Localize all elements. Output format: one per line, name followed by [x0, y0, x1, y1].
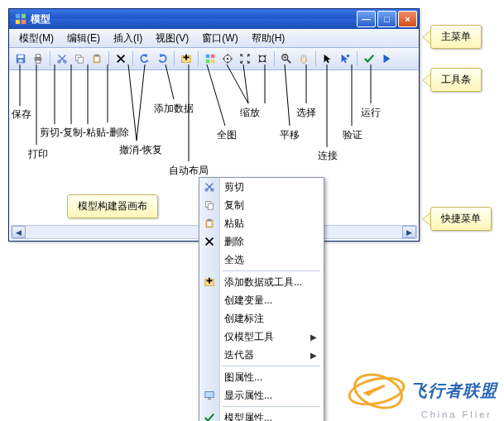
label-print: 打印: [28, 147, 48, 161]
validate-button[interactable]: [361, 50, 377, 67]
minimize-button[interactable]: —: [357, 11, 376, 27]
watermark-sub: China Flier: [421, 409, 492, 419]
window-title: 模型: [31, 12, 355, 26]
copy-icon: [203, 199, 216, 212]
label-validate: 验证: [343, 128, 362, 142]
ctx-model-props[interactable]: 模型属性...: [199, 409, 324, 421]
ctx-separator: [223, 406, 320, 407]
ctx-create-variable-label: 创建变量...: [224, 294, 272, 308]
menu-help[interactable]: 帮助(H): [245, 30, 292, 47]
ctx-separator: [223, 270, 320, 271]
auto-layout-button[interactable]: [202, 50, 218, 67]
print-button[interactable]: [30, 50, 46, 67]
label-save: 保存: [12, 108, 31, 122]
svg-rect-2: [16, 20, 20, 24]
separator: [198, 51, 199, 66]
delete-icon: [203, 235, 216, 248]
separator: [108, 51, 109, 66]
close-button[interactable]: ×: [398, 11, 417, 27]
ctx-delete[interactable]: 删除: [199, 232, 324, 251]
canvas-note: 模型构建器画布: [67, 194, 158, 218]
ctx-copy-label: 复制: [224, 199, 244, 213]
label-run: 运行: [361, 106, 381, 120]
select-tool-button[interactable]: [319, 50, 336, 67]
callout-arrow: [422, 74, 430, 87]
svg-rect-52: [208, 203, 213, 209]
ctx-add-data-tool[interactable]: 添加数据或工具...: [199, 273, 324, 291]
delete-button[interactable]: [113, 50, 129, 67]
svg-rect-5: [18, 55, 24, 59]
separator: [174, 51, 175, 66]
run-button[interactable]: [378, 50, 395, 67]
check-icon: [203, 411, 216, 421]
callout-toolbar-note: 工具条: [430, 68, 482, 92]
menu-window[interactable]: 窗口(W): [195, 30, 244, 47]
label-add-data: 添加数据: [154, 102, 194, 116]
callout-arrow: [422, 213, 430, 226]
svg-line-26: [287, 60, 290, 63]
cut-button[interactable]: [54, 50, 70, 67]
zoom-tool-button[interactable]: [278, 50, 295, 67]
undo-button[interactable]: [137, 50, 153, 67]
paste-button[interactable]: [89, 50, 105, 67]
add-data-button[interactable]: [178, 50, 194, 67]
add-icon: [203, 275, 216, 289]
toolbar: [9, 48, 419, 70]
ctx-create-label[interactable]: 创建标注: [199, 309, 324, 328]
menu-view[interactable]: 视图(V): [149, 30, 195, 47]
menu-insert[interactable]: 插入(I): [107, 30, 149, 47]
maximize-button[interactable]: □: [377, 11, 396, 27]
separator: [132, 51, 133, 66]
svg-rect-57: [205, 392, 214, 398]
menu-model[interactable]: 模型(M): [12, 30, 60, 47]
separator: [50, 51, 50, 66]
ctx-display-props-label: 显示属性...: [224, 389, 272, 403]
titlebar[interactable]: 模型 — □ ×: [9, 9, 419, 29]
save-button[interactable]: [12, 50, 29, 67]
callout-main-menu: 主菜单: [422, 25, 482, 49]
label-zoom: 缩放: [240, 106, 260, 120]
ctx-select-all-label: 全选: [224, 253, 244, 267]
separator: [357, 51, 358, 66]
submenu-arrow-icon: ▶: [310, 332, 317, 342]
menubar: 模型(M) 编辑(E) 插入(I) 视图(V) 窗口(W) 帮助(H): [9, 29, 419, 48]
svg-rect-54: [207, 221, 211, 226]
app-icon: [14, 12, 27, 26]
svg-rect-18: [206, 55, 209, 58]
svg-rect-20: [206, 60, 209, 63]
ctx-separator: [223, 366, 320, 366]
ctx-select-all[interactable]: 全选: [199, 251, 324, 269]
pan-tool-button[interactable]: [295, 50, 312, 67]
ctx-display-props[interactable]: 显示属性...: [199, 386, 324, 404]
copy-button[interactable]: [71, 50, 88, 67]
svg-point-29: [347, 55, 350, 58]
ctx-delete-label: 删除: [224, 235, 244, 249]
svg-rect-21: [211, 60, 214, 63]
menu-edit[interactable]: 编辑(E): [60, 30, 107, 47]
connect-tool-button[interactable]: [337, 50, 353, 67]
ctx-create-label-label: 创建标注: [224, 312, 264, 326]
ctx-cut[interactable]: 剪切: [199, 178, 324, 196]
svg-rect-19: [211, 55, 214, 58]
scroll-left-button[interactable]: ◀: [12, 226, 26, 238]
zoom-in-button[interactable]: [237, 50, 253, 67]
callout-arrow: [422, 31, 430, 44]
ctx-copy[interactable]: 复制: [199, 196, 324, 214]
ctx-cut-label: 剪切: [224, 180, 244, 194]
paste-icon: [203, 217, 216, 230]
full-extent-button[interactable]: [219, 50, 236, 67]
ctx-iterators-label: 迭代器: [224, 348, 254, 362]
zoom-out-button[interactable]: [254, 50, 271, 67]
context-menu: 剪切 复制 粘贴 删除 全选 添加数据或工具... 创建变量... 创建标注: [199, 177, 324, 421]
ctx-diagram-props-label: 图属性...: [224, 371, 262, 385]
display-icon: [203, 389, 216, 402]
redo-button[interactable]: [154, 50, 170, 67]
ctx-diagram-props[interactable]: 图属性...: [199, 368, 324, 386]
ctx-iterators[interactable]: 迭代器 ▶: [199, 346, 324, 364]
svg-rect-3: [22, 20, 26, 24]
ctx-paste[interactable]: 粘贴: [199, 214, 324, 232]
scroll-right-button[interactable]: ▶: [402, 226, 416, 238]
ctx-model-only-tools[interactable]: 仅模型工具 ▶: [199, 328, 324, 346]
ctx-paste-label: 粘贴: [224, 217, 244, 231]
ctx-create-variable[interactable]: 创建变量...: [199, 291, 324, 309]
